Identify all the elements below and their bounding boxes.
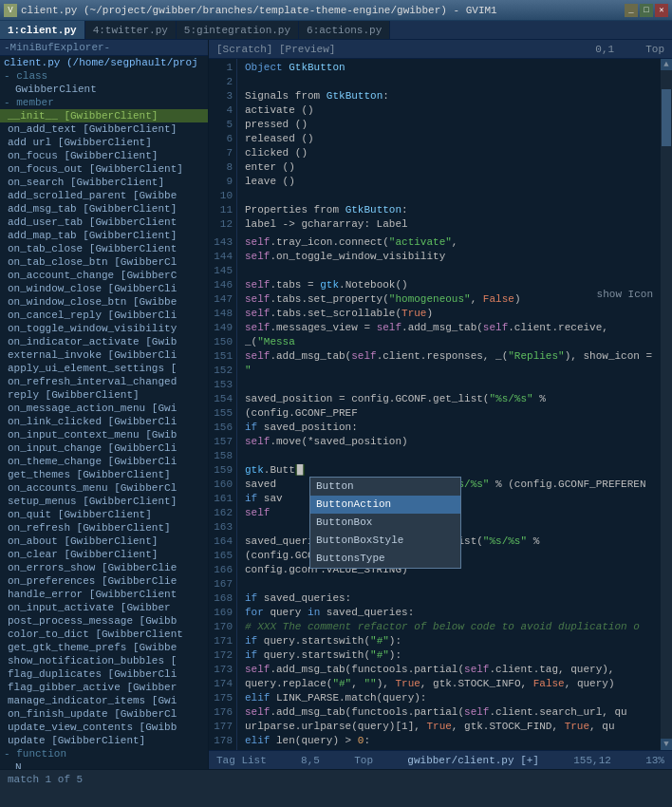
code-header: [Scratch] [Preview] 0,1 Top xyxy=(209,40,672,59)
tab-bar: 1:client.py 4:twitter.py 5:gintegration.… xyxy=(0,21,672,40)
code-line: leave () xyxy=(245,175,653,189)
sidebar-item-on-input-context-menu[interactable]: on_input_context_menu [Gwib xyxy=(0,428,208,441)
code-editor[interactable]: Object GtkButton Signals from GtkButton:… xyxy=(237,59,661,750)
sidebar-item-on-errors-show[interactable]: on_errors_show [GwibberClie xyxy=(0,561,208,574)
scroll-up-arrow[interactable]: ▲ xyxy=(661,59,672,70)
sidebar-item-on-focus-out[interactable]: on_focus_out [GwibberClient] xyxy=(0,162,208,176)
tab-gintegration-py[interactable]: 5:gintegration.py xyxy=(177,21,299,39)
sidebar-item-on-search[interactable]: on_search [GwibberClient] xyxy=(0,176,208,189)
sidebar-item-on-window-close-btn[interactable]: on_window_close_btn [Gwibbe xyxy=(0,295,208,309)
scroll-thumb[interactable] xyxy=(662,89,671,146)
code-line: self.move(*saved_position) xyxy=(245,435,653,449)
sidebar-item-on-theme-change[interactable]: on_theme_change [GwibberCli xyxy=(0,455,208,468)
sidebar-item-on-finish-update[interactable]: on_finish_update [GwibberCl xyxy=(0,707,208,721)
minimize-button[interactable]: _ xyxy=(625,4,638,17)
tab-twitter-py[interactable]: 4:twitter.py xyxy=(85,21,177,39)
code-line: query.replace("#", ""), True, gtk.STOCK_… xyxy=(245,677,653,691)
sidebar-item-on-link-clicked[interactable]: on_link_clicked [GwibberCli xyxy=(0,415,208,428)
code-line: if query.startswith("#"): xyxy=(245,634,653,648)
tab-client-py[interactable]: 1:client.py xyxy=(0,21,85,39)
sidebar-item-color-to-dict[interactable]: color_to_dict [GwibberClient xyxy=(0,628,208,641)
scroll-track[interactable] xyxy=(661,70,672,739)
sidebar-item-add-url[interactable]: add url [GwibberClient] xyxy=(0,136,208,149)
ac-item-buttons-type[interactable]: ButtonsType xyxy=(310,550,460,568)
sidebar-item-on-toggle-visibility[interactable]: on_toggle_window_visibility xyxy=(0,322,208,335)
sidebar-item-on-add-text[interactable]: on_add_text [GwibberClient] xyxy=(0,122,208,136)
line-numbers: 1 2 3 4 5 6 7 8 9 10 11 12 143 144 145 1… xyxy=(209,59,237,750)
minibuf-header: -MiniBufExplorer- xyxy=(0,40,208,56)
maximize-button[interactable]: □ xyxy=(640,4,653,17)
sidebar-item-add-scrolled-parent[interactable]: add_scrolled_parent [Gwibbe xyxy=(0,189,208,202)
sidebar-item-function-n[interactable]: N xyxy=(0,760,208,769)
code-line xyxy=(245,577,653,591)
right-scrollbar[interactable]: ▲ ▼ xyxy=(661,59,672,750)
sidebar-item-on-focus[interactable]: on_focus [GwibberClient] xyxy=(0,149,208,162)
match-count: match 1 of 5 xyxy=(8,774,83,785)
sidebar-item-external-invoke[interactable]: external_invoke [GwibberCli xyxy=(0,348,208,362)
ac-item-button[interactable]: Button xyxy=(310,478,460,496)
sidebar-item-add-map-tab[interactable]: add_map_tab [GwibberClient] xyxy=(0,229,208,242)
ac-item-button-box-style[interactable]: ButtonBoxStyle xyxy=(310,532,460,550)
sidebar-item-on-input-activate[interactable]: on_input_activate [Gwibber xyxy=(0,601,208,614)
sidebar-item-flag-gibber-active[interactable]: flag_gibber_active [Gwibber xyxy=(0,681,208,694)
ac-item-button-box[interactable]: ButtonBox xyxy=(310,514,460,532)
app-icon: V xyxy=(4,4,17,17)
sidebar-item-post-process-message[interactable]: post_process_message [Gwibb xyxy=(0,614,208,628)
sidebar-item-on-tab-close-btn[interactable]: on_tab_close_btn [GwibberCl xyxy=(0,255,208,269)
sidebar-item-reply[interactable]: reply [GwibberClient] xyxy=(0,388,208,402)
sidebar-item-gwibber-client[interactable]: GwibberClient xyxy=(0,83,208,96)
scroll-down-arrow[interactable]: ▼ xyxy=(661,739,672,750)
sidebar-item-apply-ui-settings[interactable]: apply_ui_element_settings [ xyxy=(0,362,208,375)
sidebar-item-on-cancel-reply[interactable]: on_cancel_reply [GwibberCli xyxy=(0,309,208,322)
sidebar-item-on-clear[interactable]: on_clear [GwibberClient] xyxy=(0,548,208,561)
code-line: enter () xyxy=(245,160,653,175)
sidebar-item-add-user-tab[interactable]: add_user_tab [GwibberClient xyxy=(0,216,208,229)
window-controls[interactable]: _ □ ✕ xyxy=(625,4,668,17)
code-line: title = _("Search") + " '" + query[:12] … xyxy=(245,748,653,750)
close-button[interactable]: ✕ xyxy=(655,4,668,17)
sidebar-item-flag-duplicates[interactable]: flag_duplicates [GwibberCli xyxy=(0,667,208,681)
code-line: elif len(query) > 0: xyxy=(245,734,653,748)
code-line: self.tabs.set_property("homogeneous", Fa… xyxy=(245,292,653,307)
main-layout: -MiniBufExplorer- client.py (/home/segph… xyxy=(0,40,672,769)
sidebar-item-handle-error[interactable]: handle_error [GwibberClient xyxy=(0,588,208,601)
sidebar-item-on-tab-close[interactable]: on_tab_close [GwibberClient xyxy=(0,242,208,255)
sidebar-item-on-account-change[interactable]: on_account_change [GwibberC xyxy=(0,269,208,282)
sidebar-item-on-indicator-activate[interactable]: on_indicator_activate [Gwib xyxy=(0,335,208,348)
buffer-name: [Scratch] [Preview] xyxy=(216,44,335,55)
code-line: for query in saved_queries: xyxy=(245,606,653,620)
code-line: # XXX The comment refactor of below code… xyxy=(245,620,653,634)
autocomplete-popup[interactable]: Button ButtonAction ButtonBox ButtonBoxS… xyxy=(309,477,461,569)
sidebar-item-add-msg-tab[interactable]: add_msg_tab [GwibberClient] xyxy=(0,202,208,216)
sidebar-item-on-preferences[interactable]: on_preferences [GwibberClie xyxy=(0,574,208,588)
code-line: if saved_position: xyxy=(245,421,653,435)
sidebar-item-on-accounts-menu[interactable]: on_accounts_menu [GwibberCl xyxy=(0,481,208,495)
sidebar-file-item[interactable]: client.py (/home/segphault/proj xyxy=(0,56,208,69)
sidebar-section-member: - member xyxy=(0,96,208,109)
code-area: [Scratch] [Preview] 0,1 Top 1 2 3 4 5 6 … xyxy=(209,40,672,769)
sidebar-item-on-quit[interactable]: on_quit [GwibberClient] xyxy=(0,508,208,521)
code-line xyxy=(245,378,653,392)
sidebar-item-on-about[interactable]: on_about [GwibberClient] xyxy=(0,535,208,548)
window-title: client.py (~⁠/project/gwibber/branches/t… xyxy=(21,5,625,16)
code-line: released () xyxy=(245,132,653,146)
code-content[interactable]: 1 2 3 4 5 6 7 8 9 10 11 12 143 144 145 1… xyxy=(209,59,672,750)
sidebar-item-on-input-change[interactable]: on_input_change [GwibberCli xyxy=(0,441,208,455)
sidebar-item-get-themes[interactable]: get_themes [GwibberClient] xyxy=(0,468,208,481)
sidebar-item-on-refresh[interactable]: on_refresh [GwibberClient] xyxy=(0,521,208,535)
ac-item-button-action[interactable]: ButtonAction xyxy=(310,496,460,514)
sidebar-item-show-notification-bubbles[interactable]: show_notification_bubbles [ xyxy=(0,654,208,667)
code-line: self.add_msg_tab(self.client.responses, … xyxy=(245,349,653,378)
sidebar-item-setup-menus[interactable]: setup_menus [GwibberClient] xyxy=(0,495,208,508)
sidebar-item-init[interactable]: __init__ [GwibberClient] xyxy=(0,109,208,122)
sidebar-item-on-window-close[interactable]: on_window_close [GwibberCli xyxy=(0,282,208,295)
sidebar-item-on-message-action-menu[interactable]: on_message_action_menu [Gwi xyxy=(0,402,208,415)
sidebar-item-update-view-contents[interactable]: update_view_contents [Gwibb xyxy=(0,721,208,734)
sidebar-item-update[interactable]: update [GwibberClient] xyxy=(0,734,208,747)
sidebar-item-get-gtk-theme-prefs[interactable]: get_gtk_theme_prefs [Gwibbe xyxy=(0,641,208,654)
status-line-col: 8,5 xyxy=(301,755,320,766)
sidebar-item-manage-indicator-items[interactable]: manage_indicator_items [Gwi xyxy=(0,694,208,707)
status-filename: gwibber/client.py [+] xyxy=(407,755,539,766)
tab-actions-py[interactable]: 6:actions.py xyxy=(299,21,390,39)
sidebar-item-on-refresh-interval[interactable]: on_refresh_interval_changed xyxy=(0,375,208,388)
